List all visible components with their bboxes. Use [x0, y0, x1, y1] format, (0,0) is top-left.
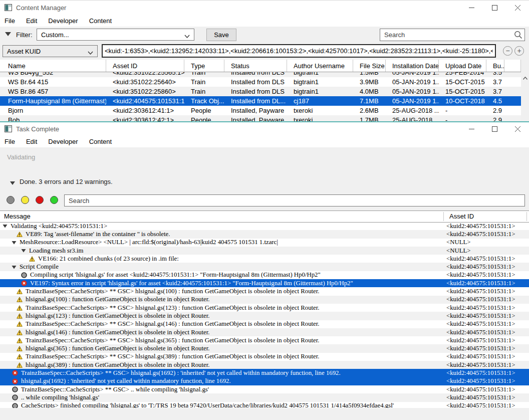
log-row[interactable]: hlsignal.gs(146) : function GetGameObjec… [0, 328, 529, 336]
log-row[interactable]: TrainzBaseSpec::CacheScripts> ** GSC> hl… [0, 320, 529, 328]
table-row[interactable]: WS Br.64 415<kuid:351022:25640>TrainInst… [0, 77, 521, 87]
column-header-asset-id[interactable]: Asset ID [449, 213, 474, 220]
log-asset-id: <NULL> [446, 239, 471, 247]
column-header-type[interactable]: Type [184, 60, 224, 72]
table-cell: 05-JAN-2019 1... [386, 72, 439, 77]
menu-file[interactable]: File [5, 138, 15, 145]
log-row[interactable]: hlsignal.gs(365) : function GetGameObjec… [0, 344, 529, 352]
window-controls [460, 122, 529, 135]
column-header-name[interactable]: Name [0, 60, 106, 72]
filter-preset-value: Custom... [41, 31, 69, 39]
search-input[interactable] [380, 29, 525, 41]
log-row[interactable]: MeshResource::LoadResource> <NULL> | arc… [0, 239, 529, 247]
kuid-list-input[interactable] [102, 44, 496, 58]
table-cell: bigtrain1 [287, 87, 353, 96]
filter-warnings-toggle[interactable] [21, 196, 29, 204]
log-row[interactable]: TrainzBaseSpec::CacheScripts> ** GSC> ..… [0, 385, 529, 393]
table-row[interactable]: Form-Hauptsignal 8m (Gittermast) ...<kui… [0, 96, 521, 106]
minimize-icon[interactable] [460, 122, 483, 135]
app-icon [5, 125, 12, 132]
table-row[interactable]: WS Bd4yg_552<kuid2:351022:25565:1>TrainI… [0, 72, 521, 77]
minimize-icon[interactable] [460, 1, 483, 15]
log-message: Script Compile [20, 263, 59, 271]
log-row[interactable]: TrainzBaseSpec::CacheScripts> ** GSC> hl… [0, 304, 529, 312]
warning-icon [17, 305, 23, 311]
log-message: hlsignal.gs(100) : function GetGameObjec… [26, 296, 209, 303]
log-message: TrainzBaseSpec::CacheScripts> ** GSC> hl… [26, 288, 320, 295]
menu-edit[interactable]: Edit [26, 138, 37, 145]
error-icon [12, 378, 18, 384]
log-row[interactable]: Compiling script 'hlsignal.gs' for asset… [0, 271, 529, 279]
close-icon[interactable] [506, 122, 529, 135]
vertical-scrollbar[interactable] [521, 60, 529, 122]
log-asset-id: <kuid2:404575:101531:1> [446, 271, 515, 279]
log-row[interactable]: TrainzBaseSpec::CacheScripts> ** GSC> hl… [0, 353, 529, 361]
log-asset-id: <kuid2:404575:101531:1> [446, 312, 515, 320]
column-header-blank[interactable] [504, 60, 521, 72]
log-row[interactable]: hlsignal.gs(100) : function GetGameObjec… [0, 296, 529, 304]
menu-file[interactable]: File [5, 17, 15, 25]
column-header-bu-[interactable]: Bu... [486, 60, 504, 72]
table-row[interactable]: WS Br.86 457<kuid:351022:25860>TrainInst… [0, 87, 521, 96]
column-header-message[interactable]: Message [4, 213, 31, 220]
maximize-icon[interactable] [483, 1, 506, 15]
collapse-icon[interactable] [21, 249, 26, 253]
chevron-down-icon [184, 33, 190, 40]
menu-content[interactable]: Content [89, 17, 112, 25]
filter-field-value: Asset KUID [7, 48, 41, 55]
log-asset-id: <kuid2:404575:101531:1> [446, 279, 515, 287]
log-row[interactable]: VE197: Syntax error in script 'hlsignal.… [0, 279, 529, 287]
column-header-upload-date[interactable]: Upload Date [439, 60, 486, 72]
column-header-file-size[interactable]: File Size [353, 60, 386, 72]
scroll-up-icon[interactable] [521, 74, 529, 82]
log-row[interactable]: .. while compiling 'hlsignal.gs'<kuid2:4… [0, 393, 529, 401]
column-header-asset-id[interactable]: Asset ID [106, 60, 184, 72]
log-asset-id: <kuid2:404575:101531:1> [446, 344, 515, 352]
log-asset-id: <kuid2:404575:101531:1> [446, 255, 515, 263]
collapse-icon[interactable] [12, 265, 17, 269]
log-row[interactable]: Loading mesh sr3.im<NULL> [0, 247, 529, 255]
log-row[interactable]: TrainzBaseSpec::CacheScripts> ** GSC> hl… [0, 287, 529, 295]
filter-expander-icon[interactable] [5, 32, 11, 36]
menu-developer[interactable]: Developer [48, 17, 78, 25]
remove-filter-row-button[interactable]: − [503, 46, 512, 56]
message-search-input[interactable] [64, 194, 525, 206]
log-row[interactable]: hlsignal.gs(123) : function GetGameObjec… [0, 312, 529, 320]
log-message: hlsignal.gs(389) : function GetGameObjec… [26, 361, 209, 369]
menu-edit[interactable]: Edit [26, 17, 37, 25]
column-divider[interactable] [526, 212, 527, 221]
log-row[interactable]: hlsignal.gs(389) : function GetGameObjec… [0, 361, 529, 369]
collapse-icon[interactable] [3, 224, 8, 228]
log-message: MeshResource::LoadResource> <NULL> | arc… [20, 239, 278, 246]
log-message: .. while compiling 'hlsignal.gs' [21, 394, 99, 401]
log-row[interactable]: TrainzBaseSpec::CacheScripts> ** GSC> hl… [0, 369, 529, 377]
summary-expander-icon[interactable] [10, 181, 15, 185]
collapse-icon[interactable] [12, 241, 17, 245]
filter-field-dropdown[interactable]: Asset KUID [3, 45, 98, 57]
titlebar-task-complete: Task Complete [0, 122, 529, 135]
table-cell: 15-OCT-2015 [439, 87, 486, 96]
log-row[interactable]: Script Compile<kuid2:404575:101531:1> [0, 263, 529, 271]
log-row[interactable]: hlsignal.gs(1692) : 'inherited' not yet … [0, 377, 529, 385]
menu-developer[interactable]: Developer [48, 138, 78, 145]
log-row[interactable]: VE166: 21 combined chunks (of 23 source)… [0, 255, 529, 263]
column-header-status[interactable]: Status [224, 60, 287, 72]
table-cell: WS Br.86 457 [0, 87, 106, 96]
close-icon[interactable] [506, 1, 529, 15]
filter-errors-toggle[interactable] [36, 196, 44, 204]
column-divider[interactable] [443, 212, 444, 221]
log-row[interactable]: TrainzBaseSpec::CacheScripts> ** GSC> hl… [0, 336, 529, 344]
log-row[interactable]: VE89: Tag 'asset-filename' in the contai… [0, 230, 529, 238]
menu-content[interactable]: Content [89, 138, 112, 145]
column-header-installation-date[interactable]: Installation Date [386, 60, 439, 72]
filter-success-toggle[interactable] [50, 196, 58, 204]
filter-info-toggle[interactable] [7, 196, 15, 204]
maximize-icon[interactable] [483, 122, 506, 135]
column-header-author-username[interactable]: Author Username [287, 60, 353, 72]
table-cell [504, 77, 521, 87]
table-row[interactable]: Bjorn<kuid2:303612:41:1>PeopleInstalled,… [0, 106, 521, 115]
filter-preset-dropdown[interactable]: Custom... [37, 29, 194, 41]
save-button[interactable]: Save [206, 29, 236, 41]
log-row[interactable]: Validating <kuid2:404575:101531:1><kuid2… [0, 222, 529, 230]
add-filter-row-button[interactable]: + [514, 46, 524, 56]
